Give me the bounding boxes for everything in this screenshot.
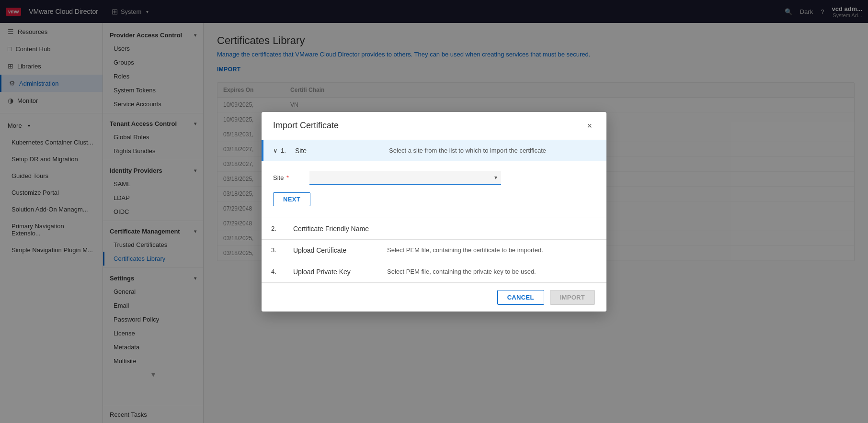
step-2-title: Certificate Friendly Name <box>293 225 379 233</box>
import-button[interactable]: IMPORT <box>550 290 595 305</box>
cancel-button[interactable]: CANCEL <box>497 290 544 305</box>
step-1-desc: Select a site from the list to which to … <box>389 147 546 154</box>
dialog-footer: CANCEL IMPORT <box>262 283 606 312</box>
step-1-chevron-icon: ∨ <box>273 147 278 154</box>
next-button[interactable]: NEXT <box>273 192 310 206</box>
step-2-row[interactable]: 2. Certificate Friendly Name <box>262 218 606 240</box>
step-1-header[interactable]: ∨ 1. Site Select a site from the list to… <box>262 140 606 161</box>
site-select[interactable] <box>309 171 501 185</box>
step-1-num: ∨ 1. <box>273 147 287 154</box>
step-1-row[interactable]: ∨ 1. Site Select a site from the list to… <box>262 140 606 218</box>
step-1-content: Site * ▾ NEXT <box>262 161 606 218</box>
site-select-wrap: ▾ <box>309 171 501 185</box>
step-4-desc: Select PEM file, containing the private … <box>387 268 536 275</box>
site-field-label: Site * <box>273 174 302 181</box>
dialog-body: ∨ 1. Site Select a site from the list to… <box>262 140 606 283</box>
step-3-desc: Select PEM file, containing the certific… <box>387 246 543 254</box>
step-2-num: 2. <box>271 225 286 232</box>
dialog-header: Import Certificate × <box>262 112 606 140</box>
step-1-title: Site <box>295 147 381 155</box>
step-3-num: 3. <box>271 246 286 254</box>
dialog-title: Import Certificate <box>273 121 339 131</box>
modal-overlay: Import Certificate × ∨ 1. Site Select a … <box>0 0 868 423</box>
step-3-row[interactable]: 3. Upload Certificate Select PEM file, c… <box>262 240 606 261</box>
step-4-row[interactable]: 4. Upload Private Key Select PEM file, c… <box>262 261 606 283</box>
step-4-header[interactable]: 4. Upload Private Key Select PEM file, c… <box>262 261 606 282</box>
step-4-title: Upload Private Key <box>293 268 379 276</box>
required-indicator: * <box>286 174 289 181</box>
step-4-num: 4. <box>271 268 286 275</box>
step-3-header[interactable]: 3. Upload Certificate Select PEM file, c… <box>262 240 606 261</box>
step-3-title: Upload Certificate <box>293 246 379 254</box>
step-2-header[interactable]: 2. Certificate Friendly Name <box>262 218 606 239</box>
import-certificate-dialog: Import Certificate × ∨ 1. Site Select a … <box>262 112 606 312</box>
dialog-close-button[interactable]: × <box>584 121 595 131</box>
